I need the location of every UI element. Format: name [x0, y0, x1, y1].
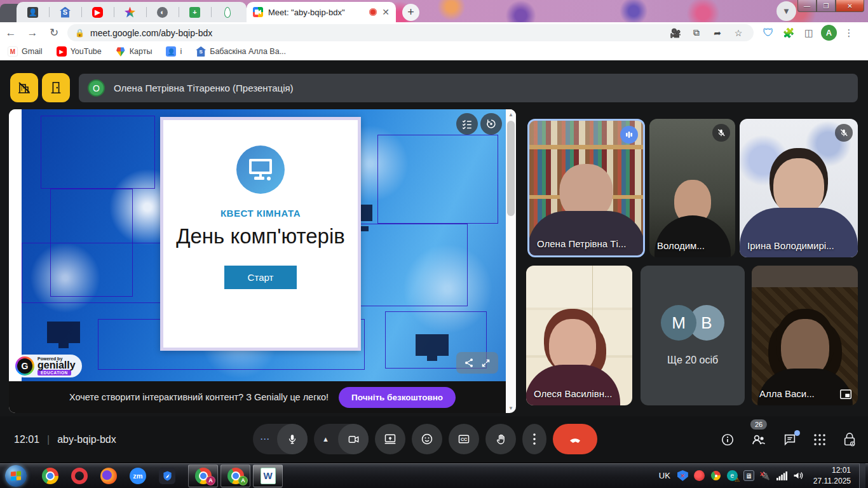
footer-right-icons: 26 — [721, 416, 857, 463]
more-options-button[interactable] — [522, 424, 546, 454]
taskbar-window-word[interactable]: W — [253, 464, 283, 487]
smiley-icon — [421, 433, 433, 445]
bookmark-gmail[interactable]: M Gmail — [8, 46, 43, 57]
tray-clock[interactable]: 12:01 27.11.2025 — [813, 465, 851, 485]
browser-menu-icon[interactable]: ⋮ — [841, 25, 857, 41]
scroll-down-icon[interactable]: ▼ — [506, 403, 516, 413]
chrome-tray-icon[interactable] — [710, 470, 721, 481]
camera-settings-button[interactable]: ▲ — [314, 424, 338, 454]
camera-in-use-icon[interactable]: 🎥 — [668, 28, 683, 38]
extension-overlay-button-2[interactable] — [42, 73, 70, 102]
new-tab-button[interactable]: + — [402, 4, 419, 21]
volume-icon[interactable] — [793, 471, 804, 480]
meeting-details-button[interactable] — [721, 433, 735, 447]
share-icon[interactable]: ➦ — [710, 28, 725, 38]
taskbar-zoom[interactable]: zm — [123, 463, 153, 488]
taskbar-itop-vpn[interactable] — [153, 463, 182, 488]
side-panel-icon[interactable]: ◫ — [801, 25, 817, 41]
pinned-tab-school[interactable]: S — [49, 2, 81, 22]
bookmark-babaskina[interactable]: S Бабаскіна Алла Ва... — [196, 46, 286, 57]
presentation-tile[interactable]: КВЕСТ КІМНАТА День комп'ютерів Старт G P… — [9, 109, 516, 413]
close-button[interactable]: ✕ — [836, 0, 864, 12]
grid-icon — [813, 433, 826, 446]
education-badge: EDUCATION — [37, 370, 71, 376]
tile-iryna[interactable]: Ірина Володимирі... — [740, 119, 858, 257]
share-nodes-icon[interactable] — [464, 358, 474, 368]
pinned-tab-globe[interactable]: ◐ — [146, 2, 179, 22]
taskbar-chrome[interactable] — [36, 463, 65, 488]
tile-more-people[interactable]: М В Ще 20 осіб — [641, 266, 745, 405]
mic-button[interactable] — [277, 424, 308, 454]
tab-close-icon[interactable]: ✕ — [382, 8, 390, 17]
window-controls: — ❐ ✕ — [797, 0, 864, 12]
tab-search-chevron-icon[interactable]: ▼ — [776, 1, 796, 21]
chat-button[interactable] — [783, 433, 797, 447]
pinned-tab-vseosvita[interactable] — [114, 2, 146, 22]
checklist-button[interactable] — [456, 113, 478, 135]
minimize-button[interactable]: — — [797, 0, 817, 12]
google-meet-page: О Олена Петрівна Тітаренко (Презентація) — [0, 60, 868, 463]
tile-alla[interactable]: Алла Васи... — [752, 266, 858, 405]
start-button[interactable]: Старт — [224, 266, 297, 289]
ccleaner-icon[interactable] — [694, 470, 705, 481]
promo-cta-button[interactable]: Почніть безкоштовно — [339, 387, 456, 408]
restore-button[interactable]: ❐ — [817, 0, 836, 12]
pinned-tab-naurok[interactable] — [211, 2, 243, 22]
back-icon[interactable]: ← — [0, 27, 22, 39]
windows-logo-icon — [11, 471, 21, 480]
bookmark-youtube[interactable]: ▶ YouTube — [57, 46, 102, 57]
tile-olena[interactable]: Олена Петрівна Ті... — [527, 119, 645, 257]
forward-icon[interactable]: → — [22, 27, 43, 39]
bookmark-maps[interactable]: Карты — [116, 46, 153, 57]
host-controls-button[interactable] — [843, 432, 857, 447]
taskbar-firefox[interactable] — [94, 463, 123, 488]
system-tray: UK ✕ e⚠ 🖥 🔌✕ 12:01 27.11.2025 — [659, 463, 868, 488]
pinned-tab-youtube[interactable]: ▶ — [81, 2, 114, 22]
presenter-name: Олена Петрівна Тітаренко (Презентація) — [114, 83, 294, 93]
taskbar-window-chrome-1[interactable]: A — [188, 464, 218, 487]
interactive-mode-button[interactable] — [480, 113, 502, 135]
antivirus-shield-icon[interactable]: ✕ — [677, 470, 688, 481]
eset-alert-icon[interactable]: e⚠ — [727, 470, 738, 481]
tile-volodymyr[interactable]: Володим... — [649, 119, 735, 257]
shield-extension-icon[interactable]: 🛡 — [760, 25, 776, 41]
scroll-up-icon[interactable]: ▲ — [506, 109, 516, 119]
taskbar-window-chrome-2[interactable]: A — [220, 464, 250, 487]
raise-hand-button[interactable] — [485, 424, 516, 454]
reactions-button[interactable] — [412, 424, 442, 454]
present-button[interactable] — [375, 424, 405, 454]
bookmark-contact[interactable]: 👤 i — [166, 46, 182, 57]
genially-brand[interactable]: G Powered by genially EDUCATION — [13, 355, 82, 377]
reload-icon[interactable]: ↻ — [43, 26, 65, 39]
extensions-puzzle-icon[interactable]: 🧩 — [780, 25, 797, 41]
signal-bars-icon[interactable] — [776, 471, 787, 480]
display-icon[interactable]: 🖥 — [743, 470, 754, 481]
genially-slide: КВЕСТ КІМНАТА День комп'ютерів Старт G P… — [9, 109, 516, 381]
start-button[interactable] — [5, 465, 27, 487]
show-desktop-button[interactable] — [859, 463, 865, 488]
captions-button[interactable]: CC — [449, 424, 479, 454]
active-tab[interactable]: Meet: "aby-bqip-bdx" ✕ — [247, 2, 396, 22]
people-button[interactable]: 26 — [751, 433, 766, 447]
end-call-button[interactable] — [553, 424, 597, 454]
tile-olesia[interactable]: Олеся Василівн... — [526, 266, 632, 405]
language-indicator[interactable]: UK — [659, 471, 670, 480]
camera-button[interactable] — [338, 424, 369, 454]
fullscreen-icon[interactable] — [481, 358, 491, 368]
profile-avatar[interactable]: A — [821, 25, 837, 41]
slide-scrollbar[interactable]: ▲ ▼ — [506, 109, 516, 413]
taskbar-opera[interactable] — [65, 463, 94, 488]
network-disconnected-icon[interactable]: 🔌✕ — [760, 470, 771, 481]
activities-button[interactable] — [813, 433, 826, 446]
mic-off-icon — [712, 124, 730, 142]
presenter-avatar: О — [88, 79, 105, 97]
pinned-tab-green-cross[interactable]: + — [179, 2, 211, 22]
scroll-thumb[interactable] — [507, 121, 515, 216]
pip-icon[interactable] — [840, 390, 851, 399]
audio-settings-button[interactable]: ⋯ — [253, 424, 277, 454]
open-in-new-icon[interactable]: ⧉ — [689, 27, 704, 38]
pinned-tab-contacts[interactable]: 👤 — [17, 2, 49, 22]
extension-overlay-button-1[interactable] — [10, 73, 38, 102]
address-bar[interactable]: 🔒 meet.google.com/aby-bqip-bdx 🎥 ⧉ ➦ ☆ — [67, 24, 754, 41]
bookmark-star-icon[interactable]: ☆ — [731, 28, 746, 38]
